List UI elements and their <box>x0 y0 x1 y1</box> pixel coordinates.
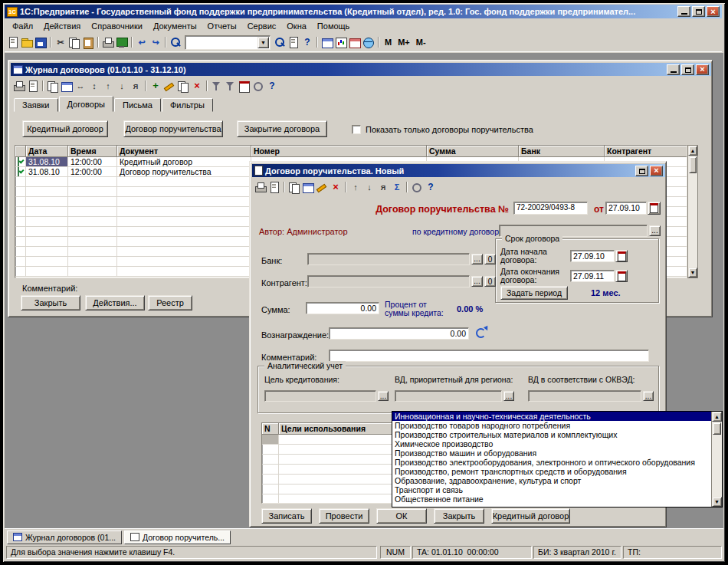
tab-filtry[interactable]: Фильтры <box>162 98 213 112</box>
contract-number-field[interactable]: 72-20029/0493-8 <box>513 202 588 215</box>
close-button[interactable]: Закрыть <box>21 295 80 310</box>
find-in-document-icon[interactable] <box>287 36 300 48</box>
add-icon[interactable] <box>149 80 162 92</box>
find-next-icon[interactable] <box>273 36 287 48</box>
open-icon[interactable] <box>20 36 34 48</box>
goal-picker-button[interactable]: ... <box>378 391 389 401</box>
toolbar-combobox[interactable] <box>185 35 271 50</box>
ok-button[interactable]: ОК <box>376 508 427 524</box>
dialog-titlebar[interactable]: Договор поручительства. Новый <box>252 164 665 177</box>
find-icon[interactable] <box>169 36 182 48</box>
end-date-field[interactable]: 27.09.11 <box>570 270 615 282</box>
structure-icon[interactable] <box>301 181 315 193</box>
calendar-icon[interactable] <box>615 270 628 282</box>
memory-button[interactable]: М <box>382 35 395 49</box>
globe-icon[interactable] <box>362 36 375 48</box>
filter-icon[interactable] <box>210 80 224 92</box>
window-tab-journal[interactable]: Журнал договоров (01... <box>7 531 122 544</box>
column-width-icon[interactable] <box>74 80 87 92</box>
actions-button[interactable]: Действия... <box>85 295 145 310</box>
print-icon[interactable] <box>101 36 115 48</box>
settings-icon[interactable] <box>251 80 265 92</box>
dropdown-item[interactable]: Общественное питание <box>392 494 711 504</box>
dialog-close-icon[interactable] <box>650 166 663 176</box>
dialog-close-button[interactable]: Закрыть <box>434 508 484 524</box>
dropdown-scrollbar[interactable]: ▲ ▼ <box>711 412 722 507</box>
report-icon[interactable] <box>334 36 348 48</box>
interval-icon[interactable] <box>238 80 251 92</box>
goal-field[interactable] <box>264 390 376 402</box>
dropdown-item[interactable]: Транспорт и связь <box>392 485 711 494</box>
preview-icon[interactable] <box>26 80 40 92</box>
scroll-thumb[interactable] <box>713 422 721 435</box>
dropdown-item[interactable]: Инновационная и научно-техническая деяте… <box>392 412 711 421</box>
dropdown-item[interactable]: Химическое производство <box>392 439 711 448</box>
journal-maximize-icon[interactable] <box>681 64 694 75</box>
okved-dropdown[interactable]: Инновационная и научно-техническая деяте… <box>392 411 723 508</box>
contractor-picker-button[interactable]: ... <box>471 276 483 287</box>
move-down-icon[interactable] <box>115 80 129 92</box>
menu-documents[interactable]: Документы <box>148 20 202 32</box>
move-down-icon[interactable] <box>362 181 376 193</box>
exchange-icon[interactable] <box>348 36 362 48</box>
close-icon[interactable] <box>707 6 720 17</box>
structure-icon[interactable] <box>60 80 74 92</box>
menu-service[interactable]: Сервис <box>242 20 282 32</box>
journal-close-icon[interactable] <box>696 64 709 75</box>
row-height-icon[interactable] <box>87 80 101 92</box>
menu-file[interactable]: Файл <box>7 20 38 32</box>
minimize-icon[interactable] <box>677 6 690 17</box>
help-icon[interactable] <box>265 80 279 92</box>
move-up-icon[interactable] <box>101 80 115 92</box>
move-up-icon[interactable] <box>349 181 362 193</box>
menu-help[interactable]: Помощь <box>312 20 356 32</box>
scroll-down-icon[interactable]: ▼ <box>712 497 722 507</box>
save-icon[interactable] <box>34 36 48 48</box>
combobox-arrow-icon[interactable] <box>257 37 269 48</box>
sort-asc-icon[interactable] <box>376 181 390 193</box>
credit-contract-button[interactable]: Кредитный договор <box>22 120 108 137</box>
table-icon[interactable] <box>320 36 334 48</box>
calendar-icon[interactable] <box>648 202 661 215</box>
save-button[interactable]: Записать <box>261 508 312 524</box>
preview-icon[interactable] <box>267 181 281 193</box>
menu-catalogs[interactable]: Справочники <box>86 20 148 32</box>
vertical-scrollbar[interactable]: ▲ ▼ <box>687 145 698 278</box>
main-titlebar[interactable]: 1С 1С:Предприятие - Государственный фонд… <box>5 5 722 18</box>
new-icon[interactable] <box>6 36 20 48</box>
settings-icon[interactable] <box>410 181 424 193</box>
dropdown-item[interactable]: Производство, ремонт транспортных средст… <box>392 467 711 476</box>
by-credit-picker-button[interactable]: ... <box>649 225 661 236</box>
post-button[interactable]: Провести <box>319 508 369 524</box>
dialog-comment-field[interactable] <box>329 350 649 362</box>
dropdown-item[interactable]: Образование, здравоохранение, культура и… <box>392 476 711 485</box>
dialog-maximize-icon[interactable] <box>635 166 648 176</box>
scroll-down-icon[interactable]: ▼ <box>688 268 697 278</box>
set-period-button[interactable]: Задать период <box>500 286 568 300</box>
dropdown-item[interactable]: Производство товаров народного потреблен… <box>392 421 711 430</box>
monitor-icon[interactable] <box>115 36 129 48</box>
cut-icon[interactable] <box>54 36 67 48</box>
print-icon[interactable] <box>12 80 26 92</box>
delete-icon[interactable] <box>190 80 204 92</box>
paste-icon[interactable] <box>81 36 95 48</box>
scroll-thumb[interactable] <box>689 156 697 173</box>
contractor-field[interactable] <box>307 275 470 287</box>
help-icon[interactable] <box>300 36 314 48</box>
priority-field[interactable] <box>395 390 502 402</box>
undo-icon[interactable] <box>135 36 149 48</box>
sum-icon[interactable] <box>390 181 404 193</box>
copy-icon[interactable] <box>46 80 60 92</box>
duplicate-icon[interactable] <box>176 80 190 92</box>
delete-icon[interactable] <box>329 181 343 193</box>
help-icon[interactable] <box>424 181 438 193</box>
tab-dogovory[interactable]: Договоры <box>59 96 113 112</box>
sum-field[interactable]: 0.00 <box>306 302 379 314</box>
okved-picker-button[interactable]: ... <box>643 391 654 401</box>
menu-windows[interactable]: Окна <box>281 20 312 32</box>
copy-icon[interactable] <box>67 36 81 48</box>
menu-actions[interactable]: Действия <box>38 20 86 32</box>
journal-titlebar[interactable]: Журнал договоров (01.01.10 - 31.12.10) <box>11 63 711 76</box>
maximize-icon[interactable] <box>692 6 705 17</box>
scroll-up-icon[interactable]: ▲ <box>712 412 722 422</box>
